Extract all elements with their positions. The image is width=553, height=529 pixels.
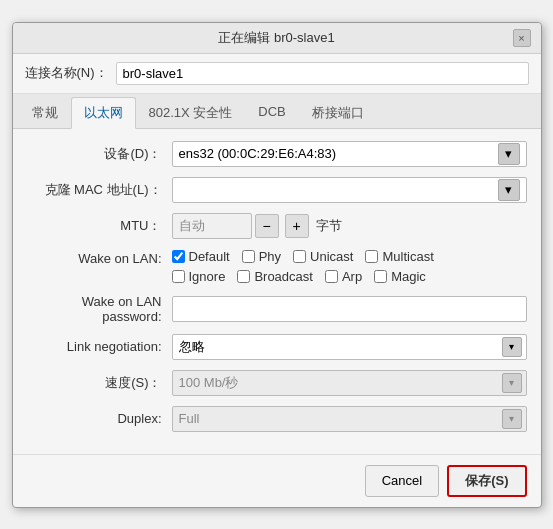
- link-neg-control: 忽略 ▾: [172, 334, 527, 360]
- wol-phy[interactable]: Phy: [242, 249, 281, 264]
- tab-dcb[interactable]: DCB: [245, 97, 298, 128]
- tab-ethernet[interactable]: 以太网: [71, 97, 136, 129]
- mtu-input[interactable]: [172, 213, 252, 239]
- mac-select[interactable]: ▾: [172, 177, 527, 203]
- speed-row: 速度(S)： 100 Mb/秒 ▾: [27, 370, 527, 396]
- connection-name-label: 连接名称(N)：: [25, 64, 108, 82]
- wol-row-1: Default Phy Unicast Multicast: [172, 249, 434, 264]
- wol-password-input[interactable]: [172, 296, 527, 322]
- close-button[interactable]: ×: [513, 29, 531, 47]
- wol-multicast-label: Multicast: [382, 249, 433, 264]
- speed-label: 速度(S)：: [27, 374, 172, 392]
- duplex-row: Duplex: Full ▾: [27, 406, 527, 432]
- link-neg-arrow[interactable]: ▾: [502, 337, 522, 357]
- link-neg-row: Link negotiation: 忽略 ▾: [27, 334, 527, 360]
- speed-value: 100 Mb/秒: [179, 374, 239, 392]
- speed-select[interactable]: 100 Mb/秒 ▾: [172, 370, 527, 396]
- wol-password-label: Wake on LAN password:: [27, 294, 172, 324]
- wol-arp[interactable]: Arp: [325, 269, 362, 284]
- wol-phy-label: Phy: [259, 249, 281, 264]
- wol-magic-checkbox[interactable]: [374, 270, 387, 283]
- dialog-title: 正在编辑 br0-slave1: [41, 29, 513, 47]
- dialog: 正在编辑 br0-slave1 × 连接名称(N)： 常规 以太网 802.1X…: [12, 22, 542, 508]
- wol-broadcast-checkbox[interactable]: [237, 270, 250, 283]
- duplex-select[interactable]: Full ▾: [172, 406, 527, 432]
- mtu-unit: 字节: [316, 217, 342, 235]
- mtu-row: MTU： − + 字节: [27, 213, 527, 239]
- tab-bridge[interactable]: 桥接端口: [299, 97, 377, 128]
- wol-multicast-checkbox[interactable]: [365, 250, 378, 263]
- speed-arrow[interactable]: ▾: [502, 373, 522, 393]
- duplex-control: Full ▾: [172, 406, 527, 432]
- wol-password-row: Wake on LAN password:: [27, 294, 527, 324]
- wol-ignore-checkbox[interactable]: [172, 270, 185, 283]
- mac-dropdown-arrow[interactable]: ▾: [498, 179, 520, 201]
- device-row: 设备(D)： ens32 (00:0C:29:E6:A4:83) ▾: [27, 141, 527, 167]
- connection-name-input[interactable]: [116, 62, 529, 85]
- device-select[interactable]: ens32 (00:0C:29:E6:A4:83) ▾: [172, 141, 527, 167]
- wol-control: Default Phy Unicast Multicast: [172, 249, 527, 284]
- wol-unicast-label: Unicast: [310, 249, 353, 264]
- wol-unicast[interactable]: Unicast: [293, 249, 353, 264]
- mtu-plus-button[interactable]: +: [285, 214, 309, 238]
- wol-ignore-label: Ignore: [189, 269, 226, 284]
- duplex-arrow[interactable]: ▾: [502, 409, 522, 429]
- mac-control: ▾: [172, 177, 527, 203]
- speed-control: 100 Mb/秒 ▾: [172, 370, 527, 396]
- link-neg-value: 忽略: [179, 338, 205, 356]
- link-neg-label: Link negotiation:: [27, 339, 172, 354]
- device-dropdown-arrow[interactable]: ▾: [498, 143, 520, 165]
- wol-options: Default Phy Unicast Multicast: [172, 249, 434, 284]
- wol-default-checkbox[interactable]: [172, 250, 185, 263]
- tab-content: 设备(D)： ens32 (00:0C:29:E6:A4:83) ▾ 克隆 MA…: [13, 129, 541, 454]
- wol-arp-checkbox[interactable]: [325, 270, 338, 283]
- tabs-bar: 常规 以太网 802.1X 安全性 DCB 桥接端口: [13, 94, 541, 129]
- wol-default[interactable]: Default: [172, 249, 230, 264]
- device-value: ens32 (00:0C:29:E6:A4:83): [179, 146, 337, 161]
- wol-broadcast[interactable]: Broadcast: [237, 269, 313, 284]
- wol-default-label: Default: [189, 249, 230, 264]
- wol-arp-label: Arp: [342, 269, 362, 284]
- mac-label: 克隆 MAC 地址(L)：: [27, 181, 172, 199]
- wol-magic-label: Magic: [391, 269, 426, 284]
- mac-row: 克隆 MAC 地址(L)： ▾: [27, 177, 527, 203]
- mtu-control: − + 字节: [172, 213, 527, 239]
- wol-row: Wake on LAN: Default Phy: [27, 249, 527, 284]
- title-bar: 正在编辑 br0-slave1 ×: [13, 23, 541, 54]
- button-row: Cancel 保存(S): [13, 454, 541, 507]
- wol-broadcast-label: Broadcast: [254, 269, 313, 284]
- duplex-label: Duplex:: [27, 411, 172, 426]
- device-control: ens32 (00:0C:29:E6:A4:83) ▾: [172, 141, 527, 167]
- wol-row-2: Ignore Broadcast Arp Magic: [172, 269, 434, 284]
- link-neg-select[interactable]: 忽略 ▾: [172, 334, 527, 360]
- wol-password-control: [172, 296, 527, 322]
- tab-general[interactable]: 常规: [19, 97, 71, 128]
- wol-magic[interactable]: Magic: [374, 269, 426, 284]
- tab-8021x[interactable]: 802.1X 安全性: [136, 97, 246, 128]
- wol-ignore[interactable]: Ignore: [172, 269, 226, 284]
- wol-phy-checkbox[interactable]: [242, 250, 255, 263]
- mtu-minus-button[interactable]: −: [255, 214, 279, 238]
- device-label: 设备(D)：: [27, 145, 172, 163]
- save-button[interactable]: 保存(S): [447, 465, 526, 497]
- duplex-value: Full: [179, 411, 200, 426]
- connection-name-row: 连接名称(N)：: [13, 54, 541, 94]
- wol-unicast-checkbox[interactable]: [293, 250, 306, 263]
- cancel-button[interactable]: Cancel: [365, 465, 439, 497]
- mtu-label: MTU：: [27, 217, 172, 235]
- wol-label: Wake on LAN:: [27, 249, 172, 266]
- wol-multicast[interactable]: Multicast: [365, 249, 433, 264]
